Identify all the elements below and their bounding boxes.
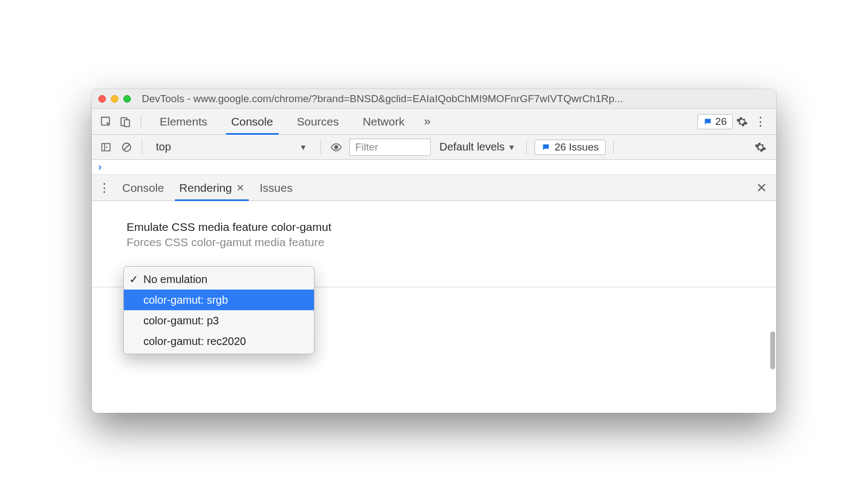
svg-rect-2	[124, 120, 129, 127]
more-tabs-button[interactable]: »	[417, 115, 438, 129]
option-label: color-gamut: srgb	[143, 294, 228, 306]
settings-button[interactable]	[733, 112, 751, 131]
execution-context-select[interactable]: top ▼	[150, 139, 313, 156]
devtools-window: DevTools - www.google.com/chrome/?brand=…	[92, 89, 776, 413]
drawer-menu-button[interactable]: ⋮	[97, 179, 111, 197]
level-label: Default levels	[439, 141, 505, 153]
log-level-select[interactable]: Default levels ▼	[436, 139, 519, 156]
zoom-window-button[interactable]	[123, 95, 131, 103]
titlebar: DevTools - www.google.com/chrome/?brand=…	[92, 89, 776, 109]
filter-input[interactable]	[349, 139, 431, 156]
kebab-menu-button[interactable]: ⋮	[751, 112, 770, 131]
drawer-tab-rendering[interactable]: Rendering ✕	[175, 175, 249, 201]
close-window-button[interactable]	[98, 95, 106, 103]
toggle-sidebar-icon[interactable]	[98, 140, 114, 155]
drawer-tab-strip: ⋮ Console Rendering ✕ Issues ✕	[92, 175, 776, 201]
option-label: color-gamut: rec2020	[143, 335, 246, 348]
dropdown-option-rec2020[interactable]: color-gamut: rec2020	[124, 331, 314, 352]
drawer-tab-label: Rendering	[179, 181, 232, 194]
traffic-lights	[98, 95, 131, 103]
dropdown-option-p3[interactable]: color-gamut: p3	[124, 310, 314, 331]
tab-console[interactable]: Console	[219, 109, 285, 135]
dropdown-option-no-emulation[interactable]: ✓ No emulation	[124, 269, 314, 290]
tab-label: Network	[363, 115, 405, 128]
live-expression-icon[interactable]	[329, 140, 344, 155]
message-icon	[703, 117, 712, 126]
tab-label: Elements	[160, 115, 207, 128]
console-prompt[interactable]: ›	[92, 160, 776, 175]
separator	[613, 140, 614, 154]
triangle-down-icon: ▼	[508, 143, 515, 152]
chevron-double-right-icon: »	[424, 115, 431, 129]
drawer-tab-issues[interactable]: Issues	[255, 175, 297, 201]
issues-badge[interactable]: 26	[697, 114, 733, 129]
separator	[526, 140, 527, 154]
scrollbar-thumb[interactable]	[770, 331, 775, 369]
context-value: top	[156, 141, 171, 153]
inspect-element-icon[interactable]	[97, 113, 115, 130]
separator	[320, 140, 321, 154]
close-tab-icon[interactable]: ✕	[236, 182, 244, 194]
tab-sources[interactable]: Sources	[285, 109, 351, 135]
console-toolbar: top ▼ Default levels ▼ 26 Issues	[92, 135, 776, 160]
message-icon	[542, 143, 550, 152]
drawer-tab-label: Console	[122, 181, 164, 194]
drawer-tab-label: Issues	[260, 181, 293, 194]
tab-label: Sources	[297, 115, 339, 128]
color-gamut-dropdown: ✓ No emulation color-gamut: srgb color-g…	[123, 266, 315, 354]
color-gamut-title: Emulate CSS media feature color-gamut	[127, 221, 776, 234]
console-settings-button[interactable]	[751, 138, 770, 156]
rendering-panel: Emulate CSS media feature color-gamut Fo…	[92, 201, 776, 413]
chevron-right-icon: ›	[98, 161, 102, 173]
option-label: No emulation	[143, 273, 207, 286]
main-tab-strip: Elements Console Sources Network » 26 ⋮	[92, 109, 776, 135]
option-label: color-gamut: p3	[143, 315, 219, 327]
separator	[142, 140, 142, 154]
dropdown-option-srgb[interactable]: color-gamut: srgb	[124, 290, 314, 310]
window-title: DevTools - www.google.com/chrome/?brand=…	[142, 93, 770, 105]
color-gamut-subtitle: Forces CSS color-gamut media feature	[127, 236, 776, 249]
device-toolbar-icon[interactable]	[117, 113, 134, 130]
issues-count: 26	[715, 116, 727, 128]
issues-label: 26 Issues	[555, 141, 599, 153]
svg-point-5	[334, 145, 338, 149]
tab-elements[interactable]: Elements	[148, 109, 219, 135]
drawer-tab-console[interactable]: Console	[118, 175, 168, 201]
clear-console-icon[interactable]	[119, 140, 134, 155]
issues-button[interactable]: 26 Issues	[534, 140, 606, 155]
tab-network[interactable]: Network	[351, 109, 417, 135]
minimize-window-button[interactable]	[111, 95, 118, 103]
separator	[141, 115, 141, 129]
tab-label: Console	[231, 115, 273, 128]
close-drawer-button[interactable]: ✕	[752, 180, 771, 196]
checkmark-icon: ✓	[128, 273, 139, 286]
triangle-down-icon: ▼	[299, 143, 307, 152]
